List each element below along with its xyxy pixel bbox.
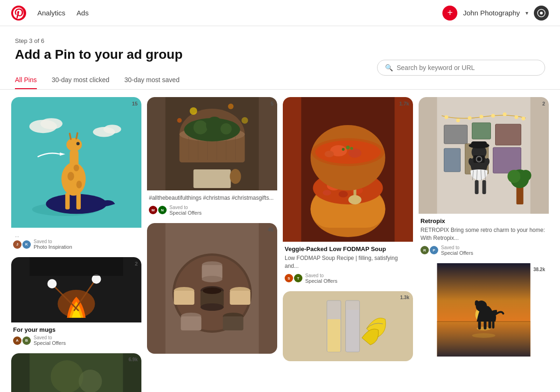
svg-point-69 <box>203 287 222 294</box>
svg-point-120 <box>478 158 481 161</box>
fire-illustration <box>11 257 141 322</box>
pin-info: For your mugs A B Saved to Special Offer… <box>11 322 141 348</box>
pin-saved-row: M N Saved to Special Offers <box>149 205 275 216</box>
svg-point-89 <box>342 148 345 151</box>
pin-card[interactable]: 6.9k <box>11 353 141 392</box>
saved-text: Saved to Photo Inspiration <box>34 239 72 250</box>
svg-point-105 <box>522 117 525 120</box>
avatar: N <box>158 206 167 214</box>
pin-image-partial: 6.9k <box>11 353 141 392</box>
svg-point-90 <box>350 147 353 150</box>
pin-card[interactable]: 1.3k <box>283 291 413 361</box>
soup-illustration <box>283 97 413 242</box>
svg-point-25 <box>48 279 57 288</box>
green-illustration <box>11 353 141 392</box>
pin-card[interactable]: 2 <box>419 97 549 258</box>
pinterest-logo[interactable] <box>11 6 26 21</box>
svg-rect-109 <box>444 148 461 172</box>
nav-ads[interactable]: Ads <box>77 9 89 17</box>
pin-image-drinks: 1.3k <box>283 291 413 361</box>
svg-point-31 <box>79 370 102 392</box>
svg-point-7 <box>104 125 121 133</box>
svg-rect-138 <box>489 320 491 329</box>
svg-point-81 <box>349 195 362 204</box>
add-button[interactable]: + <box>442 6 457 21</box>
drinks-illustration <box>283 291 413 361</box>
svg-point-48 <box>242 117 248 124</box>
avatars: A B <box>13 336 31 345</box>
pin-count: 15 <box>132 101 138 106</box>
pin-column-4: 2 <box>419 97 549 357</box>
saved-text: Saved to Special Offers <box>305 273 337 284</box>
tab-all-pins[interactable]: All Pins <box>15 71 37 89</box>
saved-text: Saved to Special Offers <box>169 205 202 216</box>
svg-point-103 <box>503 112 507 116</box>
svg-point-44 <box>206 117 223 133</box>
svg-point-88 <box>346 146 350 149</box>
pin-title: For your mugs <box>13 326 140 333</box>
avatar: K <box>22 240 31 249</box>
svg-rect-68 <box>223 316 244 330</box>
pin-count: 2 <box>135 261 138 266</box>
chevron-down-icon[interactable]: ▾ <box>525 10 528 16</box>
search-box: 🔍 <box>377 60 545 76</box>
board-name: Special Offers <box>441 250 473 256</box>
avatar: M <box>149 206 157 214</box>
pin-count: 6.9k <box>129 357 138 362</box>
pin-image-coffee: 45 <box>147 223 277 354</box>
board-name: Special Offers <box>305 278 337 284</box>
svg-rect-139 <box>492 320 495 329</box>
pin-title: Veggie-Packed Low FODMAP Soup <box>285 245 411 252</box>
svg-point-43 <box>194 120 208 134</box>
pin-image-retropix: 2 <box>419 97 549 214</box>
svg-rect-137 <box>484 320 487 329</box>
svg-point-14 <box>76 181 82 189</box>
avatars: S T <box>285 274 302 282</box>
pin-count: 1.3k <box>400 295 409 300</box>
pin-info: Veggie-Packed Low FODMAP Soup Low FODMAP… <box>283 242 413 286</box>
svg-rect-108 <box>496 124 521 145</box>
svg-rect-66 <box>181 316 202 330</box>
account-name[interactable]: John Photography <box>463 9 520 17</box>
svg-point-86 <box>349 148 362 158</box>
svg-rect-95 <box>346 310 359 352</box>
pin-info: Retropix RETROPIX Bring some retro charm… <box>419 214 549 258</box>
tab-most-saved[interactable]: 30-day most saved <box>124 71 179 89</box>
giraffe-illustration <box>21 107 132 218</box>
svg-point-98 <box>445 115 448 119</box>
settings-icon[interactable] <box>534 6 549 21</box>
svg-point-57 <box>201 303 224 311</box>
pin-card[interactable]: 5 <box>147 97 277 217</box>
pin-column-1: 15 <box>11 97 141 392</box>
retropix-illustration <box>419 97 549 214</box>
svg-rect-19 <box>65 193 70 210</box>
svg-point-84 <box>315 140 381 164</box>
pin-card[interactable]: 2 For <box>11 257 141 348</box>
pin-count: 38.2k <box>533 267 545 272</box>
pin-saved-row: A B Saved to Special Offers <box>13 335 140 346</box>
nav-analytics[interactable]: Analytics <box>37 9 65 17</box>
app-header: Analytics Ads + John Photography ▾ <box>0 0 560 26</box>
svg-point-2 <box>540 12 543 14</box>
avatar: R <box>420 246 429 254</box>
svg-line-16 <box>70 133 70 139</box>
avatar: B <box>22 336 31 345</box>
saved-label: Saved to <box>441 245 473 250</box>
tab-most-clicked[interactable]: 30-day most clicked <box>52 71 110 89</box>
pin-card[interactable]: 38.2k <box>419 263 549 357</box>
step-label: Step 3 of 6 <box>15 37 545 44</box>
search-input[interactable] <box>397 64 537 71</box>
svg-point-115 <box>520 170 532 181</box>
search-icon: 🔍 <box>385 64 393 71</box>
pin-card[interactable]: 1.7k <box>283 97 413 286</box>
board-name: Special Offers <box>34 340 66 346</box>
pin-saved-row: R P Saved to Special Offers <box>420 245 547 256</box>
pin-saved-row: J K Saved to Photo Inspiration <box>13 239 140 250</box>
svg-point-46 <box>190 107 197 115</box>
svg-rect-136 <box>478 320 481 329</box>
svg-rect-128 <box>483 180 486 194</box>
pin-card[interactable]: 15 <box>11 97 141 252</box>
svg-rect-106 <box>444 125 468 144</box>
pin-card[interactable]: 45 <box>147 223 277 354</box>
pin-count: 45 <box>268 227 273 232</box>
